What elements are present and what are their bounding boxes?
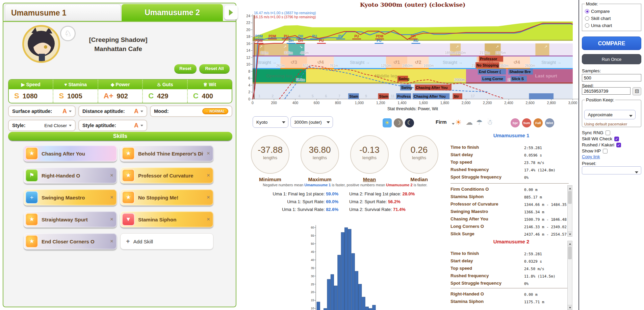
remove-skill-icon[interactable]: × <box>110 238 113 245</box>
svg-text:1,600: 1,600 <box>419 101 428 105</box>
snowy-icon[interactable]: ☃ <box>487 118 493 126</box>
season-spr[interactable]: Spr <box>511 118 520 127</box>
reset-button[interactable]: Reset <box>174 64 197 73</box>
mode-radio-skill-chart[interactable]: Skill chart <box>585 15 638 22</box>
style-select[interactable]: Style: End Closer <box>8 120 76 131</box>
skill-button-swinging-maestro[interactable]: ＋Swinging Maestro× <box>24 189 117 206</box>
tab-umamusume-2[interactable]: Umamusume 2 <box>122 4 223 21</box>
season-wint[interactable]: Wint <box>545 118 554 127</box>
skill-row-value: 2437.46 m - 2554.57 m <box>524 232 568 237</box>
distance-aptitude-select[interactable]: Distance aptitude: A <box>78 105 147 117</box>
scroll-down-arrow[interactable] <box>568 305 572 310</box>
remove-skill-icon[interactable]: × <box>207 194 210 201</box>
svg-text:PDM: PDM <box>376 34 383 38</box>
night-icon[interactable]: ☾ <box>405 118 414 127</box>
remove-skill-icon[interactable]: × <box>207 216 210 223</box>
skill-button-stamina-siphon[interactable]: ▼Stamina Siphon× <box>120 211 213 228</box>
season-sum[interactable]: Sum <box>522 118 531 127</box>
svg-text:2600m: 2600m <box>525 64 535 68</box>
character-avatar[interactable] <box>22 25 60 63</box>
stat-label: Stamina <box>68 82 86 87</box>
ground-condition-dropdown[interactable]: Firm <box>436 119 447 125</box>
mode-radio-compare[interactable]: Compare <box>585 8 638 15</box>
surface-aptitude-label: Surface aptitude: <box>12 109 52 114</box>
run-once-button[interactable]: Run Once <box>582 54 641 64</box>
randomize-seed-button[interactable]: ⚄ <box>633 87 641 95</box>
toggle-show-hp[interactable]: Show HP <box>582 148 608 154</box>
toggle-rushed-kakari[interactable]: Rushed / Kakari✓ <box>582 142 621 148</box>
svg-text:24: 24 <box>246 14 250 18</box>
skill-button-chasing-after-you[interactable]: ★Chasing After You <box>24 145 117 162</box>
mood-select[interactable]: Mood: → NORMAL <box>150 105 232 117</box>
skill-button-straightaway-spurt[interactable]: ★Straightaway Spurt× <box>24 211 117 228</box>
scrollbar-thumb[interactable] <box>568 191 572 204</box>
svg-text:Slick S: Slick S <box>512 77 524 81</box>
uma1-rate-row: Uma 1: Final leg 1st place: 59.0% <box>240 191 338 196</box>
skill-button-behold-thine-emperor-s-div[interactable]: ★Behold Thine Emperor's Div× <box>120 145 213 162</box>
compare-button[interactable]: COMPARE <box>582 37 641 50</box>
svg-text:Professor: Professor <box>480 57 497 61</box>
toggle-sync-rng[interactable]: Sync RNG <box>582 130 610 136</box>
copy-link[interactable]: Copy link <box>582 154 600 159</box>
skill-button-professor-of-curvature[interactable]: ★Professor of Curvature× <box>120 167 213 184</box>
samples-input[interactable] <box>582 74 641 81</box>
toggle-skill-wit-check[interactable]: Skill Wit Check✓ <box>582 136 619 142</box>
reset-all-button[interactable]: Reset All <box>199 64 230 73</box>
svg-text:200: 200 <box>271 101 277 105</box>
svg-text:2175m: 2175m <box>480 51 490 55</box>
sunny-icon[interactable]: ☀ <box>455 118 462 126</box>
add-skill-button[interactable]: +Add Skill <box>120 233 213 249</box>
remove-skill-icon[interactable]: × <box>207 150 210 157</box>
scroll-up-arrow[interactable] <box>568 241 572 246</box>
svg-text:↺1: ↺1 <box>393 59 400 65</box>
season-fall[interactable]: Fall <box>534 118 543 127</box>
svg-text:↗: ↗ <box>283 44 287 49</box>
svg-text:4: 4 <box>248 83 250 87</box>
scroll-down-arrow[interactable] <box>568 232 572 236</box>
remove-skill-icon[interactable]: × <box>110 172 113 179</box>
remove-skill-icon[interactable]: × <box>110 216 113 223</box>
skill-name: Swinging Maestro <box>42 195 107 200</box>
position-keep-select[interactable]: Approximate <box>584 110 636 119</box>
remove-skill-icon[interactable]: × <box>110 194 113 201</box>
mode-radio-uma-chart[interactable]: Uma chart <box>585 22 638 29</box>
outfit-toggle-icon[interactable]: ♘ <box>60 26 76 41</box>
preset-label: Preset: <box>582 161 596 166</box>
skill-button-end-closer-corners-o[interactable]: ★End Closer Corners O× <box>24 233 117 249</box>
uma2-scrollbar[interactable] <box>567 241 572 310</box>
stat-label: Wit <box>209 82 216 87</box>
stat-header-stamina: ♥ Stamina <box>53 80 97 89</box>
distance-select-wrap: 3000m (outer) <box>290 116 333 128</box>
uma1-scrollbar[interactable] <box>567 185 572 237</box>
preset-select[interactable] <box>582 166 641 174</box>
skill-name: No Stopping Me! <box>138 195 203 200</box>
svg-text:14: 14 <box>246 48 250 52</box>
race-chart: ↗↗↘↗↗↗111m336m486m1850m1950m2175m2325mSt… <box>240 0 578 112</box>
scrollbar-thumb[interactable] <box>568 246 572 259</box>
style-aptitude-select[interactable]: Style aptitude: A <box>78 120 147 131</box>
svg-text:Straight →: Straight → <box>443 60 463 65</box>
cloudy-icon[interactable]: ☁ <box>466 118 473 126</box>
rainy-icon[interactable]: ☂ <box>476 118 483 126</box>
stat-row-value: 0% <box>524 282 529 286</box>
skill-button-right-handed-o[interactable]: ⚑Right-Handed O× <box>24 167 117 184</box>
mood-badge: → NORMAL <box>202 108 229 114</box>
distance-select[interactable]: 3000m (outer) <box>290 116 333 128</box>
day-icon[interactable]: ☀ <box>383 118 392 127</box>
stat-row-label: Time to finish <box>450 251 479 256</box>
skill-name: Chasing After You <box>42 151 117 157</box>
arrow-right-icon: → <box>205 109 209 113</box>
tab-umamusume-1[interactable]: Umamusume 1 <box>5 4 121 21</box>
skill-button-no-stopping-me-[interactable]: ★No Stopping Me!× <box>120 189 213 206</box>
surface-aptitude-select[interactable]: Surface aptitude: A <box>8 105 76 117</box>
svg-text:25: 25 <box>311 283 314 286</box>
track-select[interactable]: Kyoto <box>253 116 288 128</box>
svg-text:↗: ↗ <box>259 44 263 49</box>
stat-header-guts: ♨ Guts <box>142 80 187 89</box>
remove-skill-icon[interactable]: × <box>207 172 210 179</box>
seed-input[interactable] <box>582 87 630 95</box>
evening-icon[interactable]: ☽ <box>394 118 403 127</box>
next-uma-button[interactable] <box>224 5 238 20</box>
svg-text:↗: ↗ <box>496 44 499 49</box>
scroll-up-arrow[interactable] <box>568 186 572 190</box>
